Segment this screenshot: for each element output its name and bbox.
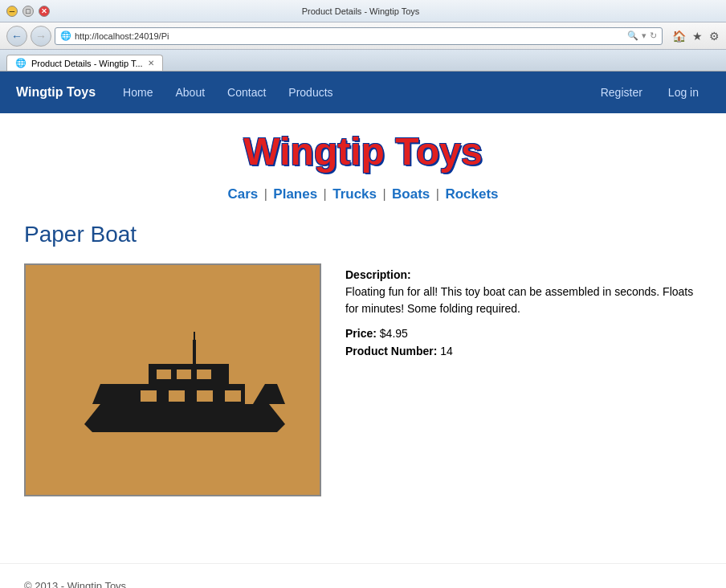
sep-1: | — [264, 187, 267, 201]
number-value: 14 — [440, 345, 453, 357]
sep-4: | — [436, 187, 439, 201]
nav-home[interactable]: Home — [112, 86, 164, 99]
category-cars[interactable]: Cars — [227, 186, 258, 202]
forward-button[interactable]: → — [31, 26, 51, 47]
nav-bar: ← → 🌐 http://localhost:24019/Pi 🔍 ▾ ↻ 🏠 … — [0, 22, 726, 50]
product-number: Product Number: 14 — [345, 345, 702, 357]
footer: © 2013 - Wingtip Toys — [0, 563, 726, 588]
product-image — [24, 263, 321, 496]
svg-marker-5 — [253, 384, 285, 404]
category-boats[interactable]: Boats — [392, 186, 430, 202]
price-label: Price: — [345, 327, 377, 340]
site-navbar: Wingtip Toys Home About Contact Products… — [0, 71, 726, 113]
tab-icon: 🌐 — [15, 58, 27, 68]
home-icon[interactable]: 🏠 — [672, 30, 686, 43]
browser-tab[interactable]: 🌐 Product Details - Wingtip T... ✕ — [6, 55, 163, 71]
refresh-icon[interactable]: ↻ — [650, 31, 657, 41]
product-title: Paper Boat — [24, 222, 702, 247]
window-title: Product Details - Wingtip Toys — [302, 6, 420, 16]
site-nav-links: Home About Contact Products — [112, 86, 589, 99]
svg-rect-8 — [177, 370, 191, 379]
browser-chrome: ─ □ ✕ Product Details - Wingtip Toys ← →… — [0, 0, 726, 71]
star-icon[interactable]: ★ — [692, 30, 703, 43]
category-trucks[interactable]: Trucks — [332, 186, 377, 202]
page-icon: 🌐 — [60, 31, 71, 41]
dropdown-icon[interactable]: ▾ — [642, 31, 646, 41]
tab-close-button[interactable]: ✕ — [148, 59, 154, 67]
site-title: Wingtip Toys — [24, 129, 702, 174]
product-section: Description: Floating fun for all! This … — [24, 263, 702, 496]
nav-products[interactable]: Products — [277, 86, 344, 99]
category-planes[interactable]: Planes — [273, 186, 317, 202]
nav-about[interactable]: About — [164, 86, 216, 99]
tab-title: Product Details - Wingtip T... — [31, 59, 143, 68]
address-bar[interactable]: 🌐 http://localhost:24019/Pi 🔍 ▾ ↻ — [55, 27, 663, 45]
product-price: Price: $4.95 — [345, 327, 702, 340]
search-icon: 🔍 — [627, 31, 638, 41]
description-text: Floating fun for all! This toy boat can … — [345, 285, 693, 315]
svg-rect-11 — [169, 390, 185, 402]
title-bar: ─ □ ✕ Product Details - Wingtip Toys — [0, 0, 726, 22]
minimize-button[interactable]: ─ — [6, 6, 18, 17]
product-description: Description: Floating fun for all! This … — [345, 267, 702, 317]
settings-icon[interactable]: ⚙ — [709, 30, 720, 43]
svg-rect-3 — [193, 340, 196, 368]
site-brand-link[interactable]: Wingtip Toys — [16, 85, 96, 100]
category-nav: Cars | Planes | Trucks | Boats | Rockets — [24, 186, 702, 202]
svg-marker-6 — [92, 384, 141, 404]
nav-login[interactable]: Log in — [657, 86, 710, 99]
footer-copyright: © 2013 - Wingtip Toys — [24, 580, 126, 588]
category-rockets[interactable]: Rockets — [445, 186, 498, 202]
description-label: Description: — [345, 268, 411, 281]
main-content: Wingtip Toys Cars | Planes | Trucks | Bo… — [0, 113, 726, 563]
back-button[interactable]: ← — [6, 26, 27, 47]
nav-register[interactable]: Register — [589, 86, 654, 99]
price-value: $4.95 — [380, 327, 408, 340]
svg-rect-10 — [141, 390, 157, 402]
svg-rect-13 — [225, 390, 241, 402]
close-button[interactable]: ✕ — [39, 6, 50, 17]
number-label: Product Number: — [345, 345, 437, 357]
restore-button[interactable]: □ — [22, 6, 34, 17]
site-nav-right: Register Log in — [589, 86, 710, 99]
svg-rect-12 — [197, 390, 213, 402]
boat-svg — [36, 300, 309, 460]
svg-rect-4 — [194, 332, 195, 343]
sep-3: | — [382, 187, 385, 201]
product-details: Description: Floating fun for all! This … — [345, 263, 702, 362]
url-text: http://localhost:24019/Pi — [75, 31, 169, 41]
sep-2: | — [324, 187, 327, 201]
tab-bar: 🌐 Product Details - Wingtip T... ✕ — [0, 50, 726, 71]
svg-rect-9 — [197, 370, 211, 379]
nav-contact[interactable]: Contact — [216, 86, 277, 99]
svg-rect-7 — [157, 370, 171, 379]
